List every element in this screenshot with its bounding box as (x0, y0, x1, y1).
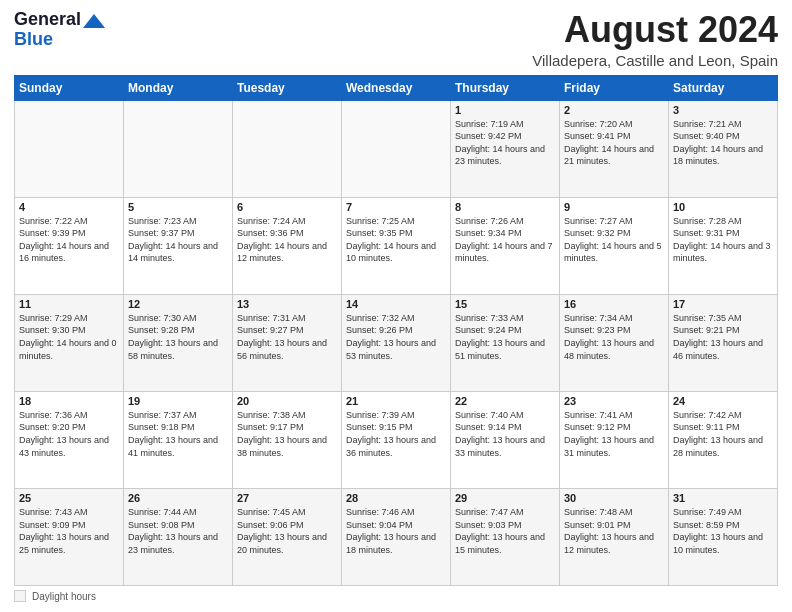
calendar-cell: 23Sunrise: 7:41 AMSunset: 9:12 PMDayligh… (560, 391, 669, 488)
day-number: 6 (237, 201, 337, 213)
calendar-cell: 13Sunrise: 7:31 AMSunset: 9:27 PMDayligh… (233, 294, 342, 391)
calendar-cell: 4Sunrise: 7:22 AMSunset: 9:39 PMDaylight… (15, 197, 124, 294)
day-number: 7 (346, 201, 446, 213)
day-number: 14 (346, 298, 446, 310)
day-info: Sunrise: 7:45 AMSunset: 9:06 PMDaylight:… (237, 506, 337, 556)
day-info: Sunrise: 7:26 AMSunset: 9:34 PMDaylight:… (455, 215, 555, 265)
day-number: 10 (673, 201, 773, 213)
day-info: Sunrise: 7:36 AMSunset: 9:20 PMDaylight:… (19, 409, 119, 459)
day-info: Sunrise: 7:22 AMSunset: 9:39 PMDaylight:… (19, 215, 119, 265)
subtitle: Villadepera, Castille and Leon, Spain (532, 52, 778, 69)
calendar-header-monday: Monday (124, 75, 233, 100)
calendar-cell: 18Sunrise: 7:36 AMSunset: 9:20 PMDayligh… (15, 391, 124, 488)
day-info: Sunrise: 7:29 AMSunset: 9:30 PMDaylight:… (19, 312, 119, 362)
day-info: Sunrise: 7:27 AMSunset: 9:32 PMDaylight:… (564, 215, 664, 265)
day-number: 16 (564, 298, 664, 310)
svg-marker-0 (83, 14, 105, 28)
day-info: Sunrise: 7:28 AMSunset: 9:31 PMDaylight:… (673, 215, 773, 265)
day-info: Sunrise: 7:32 AMSunset: 9:26 PMDaylight:… (346, 312, 446, 362)
day-info: Sunrise: 7:19 AMSunset: 9:42 PMDaylight:… (455, 118, 555, 168)
calendar-cell: 24Sunrise: 7:42 AMSunset: 9:11 PMDayligh… (669, 391, 778, 488)
day-number: 19 (128, 395, 228, 407)
calendar-cell (342, 100, 451, 197)
calendar-header-sunday: Sunday (15, 75, 124, 100)
calendar-cell (15, 100, 124, 197)
calendar-cell: 29Sunrise: 7:47 AMSunset: 9:03 PMDayligh… (451, 488, 560, 585)
day-number: 17 (673, 298, 773, 310)
day-number: 8 (455, 201, 555, 213)
calendar-cell: 8Sunrise: 7:26 AMSunset: 9:34 PMDaylight… (451, 197, 560, 294)
logo-blue: Blue (14, 30, 53, 50)
calendar-header-tuesday: Tuesday (233, 75, 342, 100)
calendar-cell: 25Sunrise: 7:43 AMSunset: 9:09 PMDayligh… (15, 488, 124, 585)
day-number: 1 (455, 104, 555, 116)
calendar-header-friday: Friday (560, 75, 669, 100)
day-info: Sunrise: 7:37 AMSunset: 9:18 PMDaylight:… (128, 409, 228, 459)
day-info: Sunrise: 7:20 AMSunset: 9:41 PMDaylight:… (564, 118, 664, 168)
day-number: 23 (564, 395, 664, 407)
day-info: Sunrise: 7:49 AMSunset: 8:59 PMDaylight:… (673, 506, 773, 556)
day-number: 13 (237, 298, 337, 310)
calendar-cell: 30Sunrise: 7:48 AMSunset: 9:01 PMDayligh… (560, 488, 669, 585)
day-info: Sunrise: 7:40 AMSunset: 9:14 PMDaylight:… (455, 409, 555, 459)
day-info: Sunrise: 7:24 AMSunset: 9:36 PMDaylight:… (237, 215, 337, 265)
day-info: Sunrise: 7:23 AMSunset: 9:37 PMDaylight:… (128, 215, 228, 265)
day-info: Sunrise: 7:46 AMSunset: 9:04 PMDaylight:… (346, 506, 446, 556)
calendar-cell: 11Sunrise: 7:29 AMSunset: 9:30 PMDayligh… (15, 294, 124, 391)
calendar-header-thursday: Thursday (451, 75, 560, 100)
day-info: Sunrise: 7:39 AMSunset: 9:15 PMDaylight:… (346, 409, 446, 459)
calendar-cell: 5Sunrise: 7:23 AMSunset: 9:37 PMDaylight… (124, 197, 233, 294)
logo-general: General (14, 10, 81, 30)
daylight-box-icon (14, 590, 26, 602)
day-number: 4 (19, 201, 119, 213)
day-number: 15 (455, 298, 555, 310)
calendar-cell: 10Sunrise: 7:28 AMSunset: 9:31 PMDayligh… (669, 197, 778, 294)
calendar-week-1: 1Sunrise: 7:19 AMSunset: 9:42 PMDaylight… (15, 100, 778, 197)
main-title: August 2024 (532, 10, 778, 50)
calendar-cell: 7Sunrise: 7:25 AMSunset: 9:35 PMDaylight… (342, 197, 451, 294)
calendar-header-saturday: Saturday (669, 75, 778, 100)
day-info: Sunrise: 7:42 AMSunset: 9:11 PMDaylight:… (673, 409, 773, 459)
day-number: 31 (673, 492, 773, 504)
calendar-cell: 17Sunrise: 7:35 AMSunset: 9:21 PMDayligh… (669, 294, 778, 391)
calendar-cell: 9Sunrise: 7:27 AMSunset: 9:32 PMDaylight… (560, 197, 669, 294)
day-info: Sunrise: 7:25 AMSunset: 9:35 PMDaylight:… (346, 215, 446, 265)
calendar-week-2: 4Sunrise: 7:22 AMSunset: 9:39 PMDaylight… (15, 197, 778, 294)
day-number: 18 (19, 395, 119, 407)
calendar-week-3: 11Sunrise: 7:29 AMSunset: 9:30 PMDayligh… (15, 294, 778, 391)
day-info: Sunrise: 7:34 AMSunset: 9:23 PMDaylight:… (564, 312, 664, 362)
calendar-cell (233, 100, 342, 197)
day-number: 27 (237, 492, 337, 504)
calendar-header-row: SundayMondayTuesdayWednesdayThursdayFrid… (15, 75, 778, 100)
calendar-cell: 14Sunrise: 7:32 AMSunset: 9:26 PMDayligh… (342, 294, 451, 391)
calendar-cell: 19Sunrise: 7:37 AMSunset: 9:18 PMDayligh… (124, 391, 233, 488)
day-number: 21 (346, 395, 446, 407)
calendar-cell: 26Sunrise: 7:44 AMSunset: 9:08 PMDayligh… (124, 488, 233, 585)
calendar-cell (124, 100, 233, 197)
day-number: 24 (673, 395, 773, 407)
calendar-cell: 21Sunrise: 7:39 AMSunset: 9:15 PMDayligh… (342, 391, 451, 488)
day-number: 12 (128, 298, 228, 310)
day-number: 11 (19, 298, 119, 310)
day-number: 29 (455, 492, 555, 504)
day-number: 2 (564, 104, 664, 116)
calendar-header-wednesday: Wednesday (342, 75, 451, 100)
logo-icon (83, 14, 105, 28)
day-info: Sunrise: 7:41 AMSunset: 9:12 PMDaylight:… (564, 409, 664, 459)
logo: General Blue (14, 10, 105, 50)
day-info: Sunrise: 7:35 AMSunset: 9:21 PMDaylight:… (673, 312, 773, 362)
day-info: Sunrise: 7:43 AMSunset: 9:09 PMDaylight:… (19, 506, 119, 556)
calendar-table: SundayMondayTuesdayWednesdayThursdayFrid… (14, 75, 778, 586)
calendar-week-4: 18Sunrise: 7:36 AMSunset: 9:20 PMDayligh… (15, 391, 778, 488)
calendar-cell: 16Sunrise: 7:34 AMSunset: 9:23 PMDayligh… (560, 294, 669, 391)
calendar-cell: 1Sunrise: 7:19 AMSunset: 9:42 PMDaylight… (451, 100, 560, 197)
calendar-cell: 3Sunrise: 7:21 AMSunset: 9:40 PMDaylight… (669, 100, 778, 197)
day-number: 28 (346, 492, 446, 504)
day-number: 3 (673, 104, 773, 116)
calendar-cell: 31Sunrise: 7:49 AMSunset: 8:59 PMDayligh… (669, 488, 778, 585)
calendar-cell: 28Sunrise: 7:46 AMSunset: 9:04 PMDayligh… (342, 488, 451, 585)
day-number: 26 (128, 492, 228, 504)
day-info: Sunrise: 7:33 AMSunset: 9:24 PMDaylight:… (455, 312, 555, 362)
header: General Blue August 2024 Villadepera, Ca… (14, 10, 778, 69)
calendar-week-5: 25Sunrise: 7:43 AMSunset: 9:09 PMDayligh… (15, 488, 778, 585)
